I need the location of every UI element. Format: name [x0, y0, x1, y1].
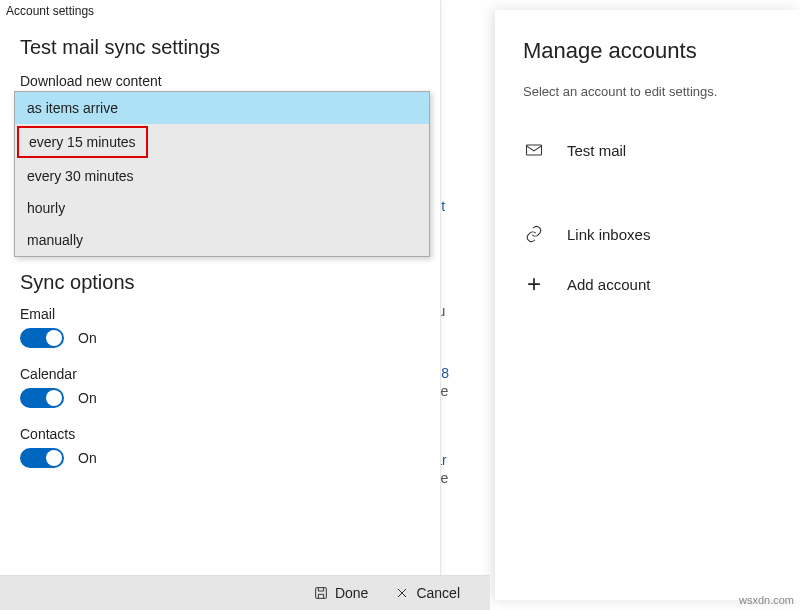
- email-sync-label: Email: [20, 306, 420, 322]
- dropdown-option-hourly[interactable]: hourly: [15, 192, 429, 224]
- window-title: Account settings: [0, 0, 440, 22]
- link-inboxes-label: Link inboxes: [567, 226, 650, 243]
- mail-fragment: 98 He: [440, 470, 448, 486]
- account-settings-panel: Account settings Test mail sync settings…: [0, 0, 440, 575]
- email-sync-state: On: [78, 330, 97, 346]
- download-content-label: Download new content: [20, 73, 420, 89]
- page-title: Test mail sync settings: [20, 36, 420, 59]
- dialog-button-bar: Done Cancel: [0, 575, 490, 610]
- contacts-sync-toggle[interactable]: [20, 448, 64, 468]
- svg-rect-1: [527, 145, 542, 155]
- calendar-sync-label: Calendar: [20, 366, 420, 382]
- sync-options-heading: Sync options: [20, 271, 420, 294]
- done-button[interactable]: Done: [313, 585, 368, 601]
- add-account-label: Add account: [567, 276, 650, 293]
- manage-accounts-panel: Manage accounts Select an account to edi…: [495, 10, 800, 600]
- save-icon: [313, 585, 329, 601]
- calendar-sync-state: On: [78, 390, 97, 406]
- link-inboxes-button[interactable]: Link inboxes: [495, 209, 800, 259]
- mail-fragment: count: [440, 198, 445, 214]
- done-label: Done: [335, 585, 368, 601]
- svg-rect-0: [316, 588, 327, 599]
- calendar-sync-toggle[interactable]: [20, 388, 64, 408]
- link-icon: [523, 223, 545, 245]
- background-mail-list: count on y o you jam78 46 He temar 98 He…: [440, 0, 490, 610]
- manage-accounts-subtitle: Select an account to edit settings.: [495, 84, 800, 125]
- mail-icon: [523, 139, 545, 161]
- watermark: wsxdn.com: [739, 594, 794, 606]
- contacts-sync-state: On: [78, 450, 97, 466]
- dropdown-option-manually[interactable]: manually: [15, 224, 429, 256]
- manage-accounts-title: Manage accounts: [495, 38, 800, 84]
- download-frequency-dropdown[interactable]: as items arrive every 15 minutes every 3…: [14, 91, 430, 257]
- dropdown-option-as-items-arrive[interactable]: as items arrive: [15, 92, 429, 124]
- mail-fragment: 46 He: [440, 383, 448, 399]
- email-sync-toggle[interactable]: [20, 328, 64, 348]
- account-item-test-mail[interactable]: Test mail: [495, 125, 800, 175]
- cancel-button[interactable]: Cancel: [394, 585, 460, 601]
- plus-icon: +: [523, 273, 545, 295]
- mail-fragment: jam78: [440, 365, 449, 381]
- contacts-sync-label: Contacts: [20, 426, 420, 442]
- mail-fragment: temar: [440, 452, 447, 468]
- dropdown-option-every-30-minutes[interactable]: every 30 minutes: [15, 160, 429, 192]
- close-icon: [394, 585, 410, 601]
- add-account-button[interactable]: + Add account: [495, 259, 800, 309]
- mail-fragment: o you: [440, 303, 445, 319]
- dropdown-option-every-15-minutes[interactable]: every 15 minutes: [17, 126, 148, 158]
- account-name-label: Test mail: [567, 142, 626, 159]
- cancel-label: Cancel: [416, 585, 460, 601]
